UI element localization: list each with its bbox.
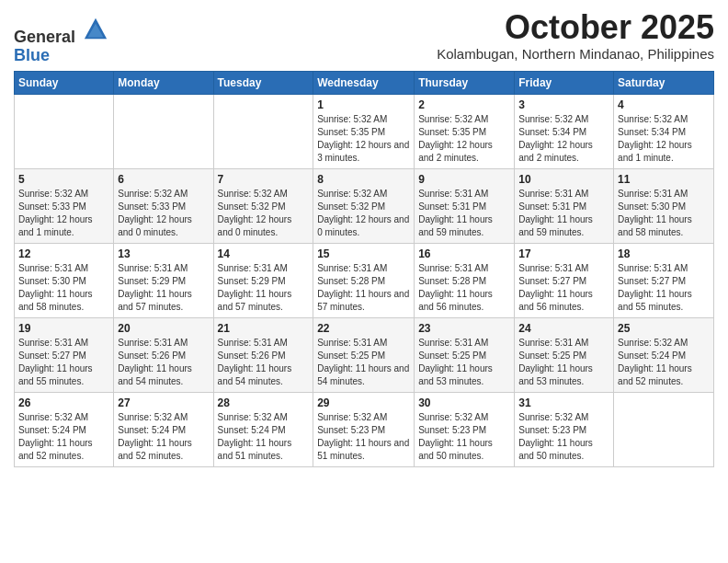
logo-blue: Blue <box>14 47 108 65</box>
day-number: 7 <box>218 173 310 186</box>
calendar-week-4: 19Sunrise: 5:31 AM Sunset: 5:27 PM Dayli… <box>15 317 714 392</box>
calendar-cell: 12Sunrise: 5:31 AM Sunset: 5:30 PM Dayli… <box>15 243 114 317</box>
calendar-cell: 1Sunrise: 5:32 AM Sunset: 5:35 PM Daylig… <box>313 94 415 168</box>
calendar-week-3: 12Sunrise: 5:31 AM Sunset: 5:30 PM Dayli… <box>15 243 714 317</box>
day-info: Sunrise: 5:32 AM Sunset: 5:24 PM Dayligh… <box>618 337 710 388</box>
calendar-cell: 3Sunrise: 5:32 AM Sunset: 5:34 PM Daylig… <box>515 94 614 168</box>
page-header: General Blue October 2025 Kolambugan, No… <box>14 9 714 65</box>
day-number: 27 <box>118 396 209 409</box>
day-info: Sunrise: 5:32 AM Sunset: 5:32 PM Dayligh… <box>317 188 410 239</box>
day-info: Sunrise: 5:31 AM Sunset: 5:26 PM Dayligh… <box>218 337 310 388</box>
logo-general: General <box>14 28 75 46</box>
weekday-header-row: SundayMondayTuesdayWednesdayThursdayFrid… <box>15 71 714 94</box>
day-info: Sunrise: 5:32 AM Sunset: 5:33 PM Dayligh… <box>118 188 209 239</box>
weekday-header-thursday: Thursday <box>415 71 515 94</box>
day-info: Sunrise: 5:32 AM Sunset: 5:34 PM Dayligh… <box>518 113 609 165</box>
day-info: Sunrise: 5:32 AM Sunset: 5:24 PM Dayligh… <box>118 411 209 463</box>
calendar-cell <box>614 392 714 466</box>
day-number: 23 <box>418 322 510 335</box>
day-info: Sunrise: 5:32 AM Sunset: 5:24 PM Dayligh… <box>18 411 109 463</box>
calendar-cell: 4Sunrise: 5:32 AM Sunset: 5:34 PM Daylig… <box>614 94 714 168</box>
day-number: 18 <box>618 247 710 260</box>
calendar-cell: 10Sunrise: 5:31 AM Sunset: 5:31 PM Dayli… <box>515 168 614 243</box>
day-number: 1 <box>317 98 410 111</box>
day-number: 11 <box>618 173 710 186</box>
calendar-cell: 9Sunrise: 5:31 AM Sunset: 5:31 PM Daylig… <box>415 168 515 243</box>
weekday-header-saturday: Saturday <box>614 71 714 94</box>
calendar-cell <box>114 94 213 168</box>
calendar-cell: 5Sunrise: 5:32 AM Sunset: 5:33 PM Daylig… <box>15 168 114 243</box>
day-info: Sunrise: 5:31 AM Sunset: 5:29 PM Dayligh… <box>118 262 209 314</box>
weekday-header-wednesday: Wednesday <box>313 71 415 94</box>
calendar-week-5: 26Sunrise: 5:32 AM Sunset: 5:24 PM Dayli… <box>15 392 714 466</box>
day-info: Sunrise: 5:31 AM Sunset: 5:31 PM Dayligh… <box>518 188 609 239</box>
day-info: Sunrise: 5:31 AM Sunset: 5:28 PM Dayligh… <box>317 262 410 314</box>
calendar-cell: 6Sunrise: 5:32 AM Sunset: 5:33 PM Daylig… <box>114 168 213 243</box>
day-info: Sunrise: 5:31 AM Sunset: 5:25 PM Dayligh… <box>317 337 410 388</box>
calendar-cell: 7Sunrise: 5:32 AM Sunset: 5:32 PM Daylig… <box>213 168 313 243</box>
calendar-cell: 23Sunrise: 5:31 AM Sunset: 5:25 PM Dayli… <box>415 317 515 392</box>
day-info: Sunrise: 5:32 AM Sunset: 5:34 PM Dayligh… <box>618 113 710 165</box>
calendar-cell: 18Sunrise: 5:31 AM Sunset: 5:27 PM Dayli… <box>614 243 714 317</box>
day-number: 8 <box>317 173 410 186</box>
day-info: Sunrise: 5:32 AM Sunset: 5:23 PM Dayligh… <box>518 411 609 463</box>
day-number: 31 <box>518 396 609 409</box>
day-info: Sunrise: 5:32 AM Sunset: 5:32 PM Dayligh… <box>218 188 310 239</box>
calendar-cell: 15Sunrise: 5:31 AM Sunset: 5:28 PM Dayli… <box>313 243 415 317</box>
day-number: 14 <box>218 247 310 260</box>
day-number: 24 <box>518 322 609 335</box>
calendar-cell: 17Sunrise: 5:31 AM Sunset: 5:27 PM Dayli… <box>515 243 614 317</box>
logo-icon <box>83 17 108 42</box>
calendar-week-1: 1Sunrise: 5:32 AM Sunset: 5:35 PM Daylig… <box>15 94 714 168</box>
day-number: 29 <box>317 396 410 409</box>
weekday-header-sunday: Sunday <box>15 71 114 94</box>
calendar-cell: 14Sunrise: 5:31 AM Sunset: 5:29 PM Dayli… <box>213 243 313 317</box>
day-info: Sunrise: 5:31 AM Sunset: 5:30 PM Dayligh… <box>618 188 710 239</box>
day-number: 15 <box>317 247 410 260</box>
weekday-header-monday: Monday <box>114 71 213 94</box>
day-info: Sunrise: 5:31 AM Sunset: 5:30 PM Dayligh… <box>18 262 109 314</box>
day-info: Sunrise: 5:32 AM Sunset: 5:33 PM Dayligh… <box>18 188 109 239</box>
day-info: Sunrise: 5:31 AM Sunset: 5:25 PM Dayligh… <box>418 337 510 388</box>
calendar-cell: 28Sunrise: 5:32 AM Sunset: 5:24 PM Dayli… <box>213 392 313 466</box>
day-number: 17 <box>518 247 609 260</box>
day-number: 6 <box>118 173 209 186</box>
day-number: 9 <box>418 173 510 186</box>
calendar-cell: 11Sunrise: 5:31 AM Sunset: 5:30 PM Dayli… <box>614 168 714 243</box>
calendar-cell: 8Sunrise: 5:32 AM Sunset: 5:32 PM Daylig… <box>313 168 415 243</box>
calendar-cell: 22Sunrise: 5:31 AM Sunset: 5:25 PM Dayli… <box>313 317 415 392</box>
day-number: 19 <box>18 322 109 335</box>
calendar-cell: 13Sunrise: 5:31 AM Sunset: 5:29 PM Dayli… <box>114 243 213 317</box>
day-number: 4 <box>618 98 710 111</box>
calendar-cell <box>213 94 313 168</box>
day-number: 12 <box>18 247 109 260</box>
day-number: 5 <box>18 173 109 186</box>
calendar-cell <box>15 94 114 168</box>
day-info: Sunrise: 5:32 AM Sunset: 5:35 PM Dayligh… <box>317 113 410 165</box>
title-area: October 2025 Kolambugan, Northern Mindan… <box>437 9 714 62</box>
day-number: 2 <box>418 98 510 111</box>
day-info: Sunrise: 5:32 AM Sunset: 5:23 PM Dayligh… <box>418 411 510 463</box>
location: Kolambugan, Northern Mindanao, Philippin… <box>437 46 714 62</box>
weekday-header-tuesday: Tuesday <box>213 71 313 94</box>
calendar-week-2: 5Sunrise: 5:32 AM Sunset: 5:33 PM Daylig… <box>15 168 714 243</box>
day-info: Sunrise: 5:31 AM Sunset: 5:29 PM Dayligh… <box>218 262 310 314</box>
weekday-header-friday: Friday <box>515 71 614 94</box>
day-number: 10 <box>518 173 609 186</box>
logo: General Blue <box>14 17 108 65</box>
calendar-cell: 20Sunrise: 5:31 AM Sunset: 5:26 PM Dayli… <box>114 317 213 392</box>
calendar-cell: 21Sunrise: 5:31 AM Sunset: 5:26 PM Dayli… <box>213 317 313 392</box>
day-number: 26 <box>18 396 109 409</box>
day-number: 25 <box>618 322 710 335</box>
day-info: Sunrise: 5:31 AM Sunset: 5:28 PM Dayligh… <box>418 262 510 314</box>
day-info: Sunrise: 5:31 AM Sunset: 5:27 PM Dayligh… <box>618 262 710 314</box>
calendar-cell: 24Sunrise: 5:31 AM Sunset: 5:25 PM Dayli… <box>515 317 614 392</box>
calendar-cell: 25Sunrise: 5:32 AM Sunset: 5:24 PM Dayli… <box>614 317 714 392</box>
day-info: Sunrise: 5:31 AM Sunset: 5:27 PM Dayligh… <box>518 262 609 314</box>
day-number: 28 <box>218 396 310 409</box>
calendar-cell: 16Sunrise: 5:31 AM Sunset: 5:28 PM Dayli… <box>415 243 515 317</box>
day-number: 21 <box>218 322 310 335</box>
calendar-table: SundayMondayTuesdayWednesdayThursdayFrid… <box>14 71 714 467</box>
calendar-cell: 31Sunrise: 5:32 AM Sunset: 5:23 PM Dayli… <box>515 392 614 466</box>
day-info: Sunrise: 5:31 AM Sunset: 5:31 PM Dayligh… <box>418 188 510 239</box>
